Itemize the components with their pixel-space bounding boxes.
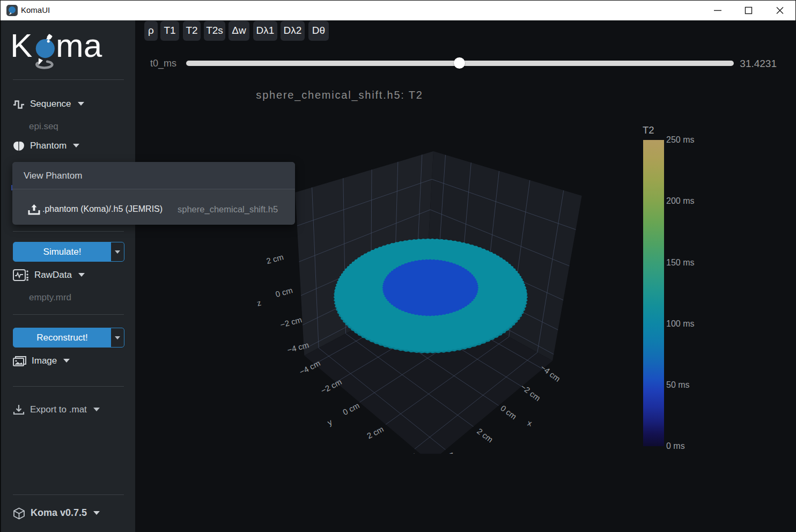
svg-text:x: x [527, 418, 533, 428]
svg-text:−4 cm: −4 cm [539, 363, 562, 383]
svg-text:−2 cm: −2 cm [319, 377, 343, 395]
svg-text:ma: ma [56, 31, 102, 64]
svg-text:−2 cm: −2 cm [279, 315, 303, 329]
svg-text:4 cm: 4 cm [446, 449, 465, 454]
svg-text:0 cm: 0 cm [499, 403, 518, 421]
svg-text:y: y [326, 417, 334, 427]
svg-text:K: K [12, 31, 32, 64]
svg-text:0 cm: 0 cm [341, 401, 361, 417]
svg-text:−2 cm: −2 cm [519, 382, 542, 402]
svg-text:2 cm: 2 cm [266, 252, 285, 265]
svg-text:0 cm: 0 cm [275, 285, 294, 299]
svg-text:4 cm: 4 cm [398, 450, 418, 454]
svg-text:2 cm: 2 cm [365, 424, 385, 440]
svg-text:−4 cm: −4 cm [298, 358, 321, 376]
svg-text:z: z [256, 298, 262, 308]
svg-text:2 cm: 2 cm [475, 426, 495, 444]
